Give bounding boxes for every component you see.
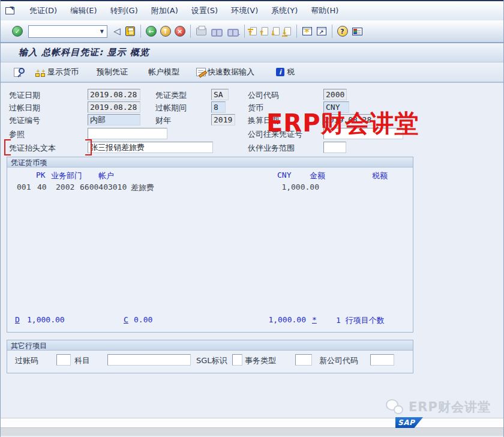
system-menu-icon[interactable] (5, 7, 14, 14)
menu-settings[interactable]: 设置(S) (185, 4, 224, 18)
partner-ba-field[interactable] (323, 142, 346, 153)
new-company-code-input[interactable] (370, 354, 394, 366)
line-items-header-row: PK 业务部门 帐户 CNY 金额 税额 (7, 170, 413, 180)
menu-document[interactable]: 凭证(D) (23, 4, 64, 18)
choose-detail-button[interactable] (10, 65, 29, 79)
cross-company-label: 公司往来凭证号 (248, 129, 302, 140)
magnifier-doc-icon (14, 68, 25, 77)
credit-indicator: C (124, 315, 128, 324)
next-page-icon[interactable]: ↓ (273, 27, 280, 35)
new-session-icon[interactable]: * (302, 27, 312, 35)
display-currency-button[interactable]: 显示货币 (32, 64, 82, 80)
back-icon[interactable]: ← (146, 26, 157, 37)
line-item-row[interactable]: 001 40 2002 6600403010 差旅费 1,000.00 (7, 182, 413, 192)
command-dropdown-icon[interactable]: ▼ (97, 29, 107, 34)
balance-total: 1,000.00 (235, 315, 306, 324)
toolbar-separator (244, 25, 245, 38)
line-item-count: 1 行项目个数 (336, 315, 385, 326)
posting-key-label: 过账码 (15, 355, 38, 366)
reference-field[interactable] (88, 128, 167, 139)
customize-layout-icon[interactable] (352, 28, 362, 35)
find-next-icon[interactable]: + (227, 28, 239, 35)
company-code-field[interactable]: 2000 (323, 89, 347, 100)
translation-date-field[interactable]: 2019.08.28 (322, 114, 375, 125)
print-icon[interactable] (196, 28, 206, 35)
display-currency-label: 显示货币 (47, 67, 79, 77)
tax-button[interactable]: i 税 (272, 64, 298, 80)
header-text-field[interactable]: 张三报销差旅费 (88, 142, 213, 153)
sgl-indicator-input[interactable] (232, 354, 242, 366)
col-tax: 税额 (372, 170, 388, 181)
new-company-code-label: 新公司代码 (319, 355, 358, 366)
asterisk-glyph: * (305, 31, 310, 34)
menu-bar: 凭证(D) 编辑(E) 转到(G) 附加(A) 设置(S) 环境(V) 系统(Y… (1, 0, 503, 20)
collapse-command-icon[interactable]: ◁ (113, 27, 121, 36)
currency-label: 货币 (248, 103, 263, 113)
park-document-button[interactable]: 预制凭证 (93, 64, 131, 80)
exit-icon[interactable]: ↑ (160, 26, 171, 37)
sgl-indicator-label: SGL标识 (196, 355, 227, 366)
help-icon[interactable]: ? (337, 26, 348, 37)
period-label: 过帐期间 (155, 103, 187, 113)
toolbar-separator (332, 25, 332, 38)
toolbar-separator (296, 25, 297, 38)
currency-icon (35, 68, 46, 77)
col-account: 帐户 (98, 170, 114, 181)
doc-date-field[interactable]: 2019.08.28 (88, 89, 140, 100)
arrow-down-glyph: ↓ (282, 29, 287, 37)
enter-icon[interactable]: ✓ (12, 26, 23, 37)
reference-label: 参照 (9, 129, 25, 140)
title-bar: 输入 总帐科目凭证: 显示 概览 (1, 43, 503, 62)
account-model-button[interactable]: 帐户模型 (145, 64, 183, 80)
company-code-label: 公司代码 (248, 90, 279, 101)
other-line-item-groupbox: 其它行项目 过账码 科目 SGL标识 事务类型 新公司代码 (7, 340, 413, 373)
account-description: 差旅费 (131, 182, 154, 193)
credit-total: 0.00 (134, 315, 152, 324)
doc-type-field[interactable]: SA (211, 89, 229, 100)
info-icon: i (276, 68, 284, 76)
cancel-icon[interactable]: × (175, 26, 185, 37)
fast-entry-label: 快速数据输入 (208, 67, 254, 77)
menu-extras[interactable]: 附加(A) (145, 4, 185, 18)
document-overview-screen: 凭证日期 2019.08.28 过帐日期 2019.08.28 凭证编号 内部 … (1, 83, 503, 418)
arrow-up-glyph: ↑ (259, 30, 265, 37)
find-icon[interactable] (211, 28, 223, 35)
fast-data-entry-button[interactable]: 快速数据输入 (193, 64, 258, 80)
account-label: 科目 (74, 355, 90, 366)
arrow-up-glyph: ↑ (248, 29, 253, 37)
posting-date-label: 过帐日期 (9, 103, 40, 113)
menu-edit[interactable]: 编辑(E) (64, 4, 103, 18)
currency-field[interactable]: CNY (323, 101, 349, 113)
col-pk: PK (36, 170, 46, 179)
command-field[interactable]: ▼ (28, 25, 107, 38)
fiscal-year-field[interactable]: 2019 (211, 114, 235, 125)
menu-system[interactable]: 系统(Y) (265, 4, 304, 18)
sap-gui-window: 凭证(D) 编辑(E) 转到(G) 附加(A) 设置(S) 环境(V) 系统(Y… (0, 0, 504, 437)
cross-company-field[interactable] (323, 128, 403, 139)
first-page-icon[interactable]: ↑ (250, 27, 257, 35)
footer-strip: SAP (1, 418, 503, 427)
wechat-icon (386, 399, 405, 415)
col-business-area: 业务部门 (51, 170, 82, 181)
translation-date-label: 换算日期 (248, 115, 279, 126)
account-input[interactable] (107, 354, 191, 366)
doc-number-field[interactable]: 内部 (88, 114, 140, 125)
doc-number-label: 凭证编号 (9, 115, 40, 126)
posting-key-input[interactable] (56, 354, 71, 366)
line-items-groupbox: 凭证货币项 PK 业务部门 帐户 CNY 金额 税额 001 40 2002 6… (7, 157, 413, 333)
posting-date-field[interactable]: 2019.08.28 (88, 101, 140, 113)
fiscal-year-label: 财年 (155, 115, 171, 126)
previous-page-icon[interactable]: ↑ (262, 27, 268, 35)
trans-type-input[interactable] (295, 354, 312, 366)
last-page-icon[interactable]: ↓ (284, 27, 291, 35)
period-field[interactable]: 8 (211, 101, 226, 113)
debit-total: 1,000.00 (27, 315, 65, 324)
window-bottom-edge (1, 427, 503, 436)
menu-environment[interactable]: 环境(V) (224, 4, 265, 18)
menu-help[interactable]: 帮助(H) (304, 4, 345, 18)
trans-type-label: 事务类型 (245, 355, 276, 366)
business-area-value: 2002 (56, 182, 74, 191)
save-icon[interactable] (125, 26, 135, 36)
create-shortcut-icon[interactable]: ↗ (317, 27, 326, 35)
menu-goto[interactable]: 转到(G) (104, 4, 145, 18)
